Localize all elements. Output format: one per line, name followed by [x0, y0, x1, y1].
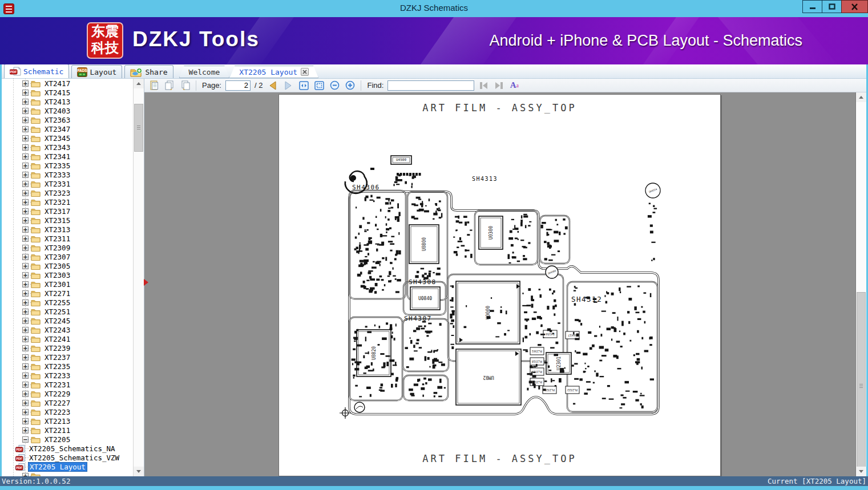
tree-item-folder[interactable]: +XT2307 — [2, 252, 133, 261]
tree-item-folder[interactable]: +XT2231 — [2, 380, 133, 389]
tree-item-folder[interactable]: +XT2363 — [2, 115, 133, 124]
tree-item-folder[interactable]: +XT2415 — [2, 88, 133, 97]
expand-box-icon[interactable]: + — [22, 263, 29, 269]
canvas-area[interactable]: ART FILM - ASSY_TOP U4500U0800U0300U0840… — [144, 92, 855, 476]
prev-view-button[interactable] — [163, 80, 176, 91]
tree-item-folder[interactable]: +XT2345 — [2, 133, 133, 143]
expand-box-icon[interactable]: + — [22, 80, 29, 87]
minimize-button[interactable] — [802, 0, 822, 13]
tree-item-folder[interactable]: −XT2205 — [2, 435, 133, 444]
next-view-button[interactable] — [179, 80, 191, 91]
tree-scrollbar[interactable] — [133, 79, 144, 476]
expand-box-icon[interactable]: + — [22, 473, 29, 477]
tree-item-folder[interactable]: +XT2245 — [2, 316, 133, 325]
expand-box-icon[interactable]: + — [22, 126, 29, 132]
expand-box-icon[interactable]: + — [22, 318, 29, 324]
expand-box-icon[interactable]: + — [22, 281, 29, 287]
doc-tab-welcome[interactable]: Welcome — [179, 66, 230, 78]
tree-item-folder[interactable]: +XT2213 — [2, 416, 133, 426]
fit-page-button[interactable] — [313, 80, 325, 91]
expand-box-icon[interactable]: + — [22, 327, 29, 333]
expand-box-icon[interactable]: + — [22, 181, 29, 187]
expand-box-icon[interactable]: + — [22, 336, 29, 342]
match-case-button[interactable]: Aa — [508, 80, 520, 91]
tree-item-folder[interactable]: +XT2331 — [2, 179, 133, 188]
tree-item-folder[interactable]: +XT2255 — [2, 298, 133, 307]
tree-item-folder[interactable]: +XT2251 — [2, 307, 133, 316]
maximize-button[interactable] — [822, 0, 842, 13]
expand-box-icon[interactable]: + — [22, 99, 29, 105]
scroll-up-arrow[interactable] — [134, 79, 144, 88]
scroll-down-arrow[interactable] — [856, 467, 866, 476]
expand-box-icon[interactable]: + — [22, 254, 29, 260]
tree-item-folder[interactable]: +XT2309 — [2, 243, 133, 252]
tree-item-folder[interactable]: +XT2347 — [2, 124, 133, 133]
doc-tab-close-button[interactable] — [301, 68, 309, 76]
zoom-out-button[interactable] — [328, 80, 341, 91]
expand-box-icon[interactable]: + — [22, 272, 29, 278]
tree-item-folder[interactable]: +XT2341 — [2, 152, 133, 161]
find-previous-button[interactable] — [477, 80, 490, 91]
tree-item-folder[interactable]: +XT2321 — [2, 197, 133, 206]
tree-item-folder[interactable]: +XT2301 — [2, 280, 133, 289]
splitter-collapse-arrow[interactable] — [144, 279, 148, 286]
viewer-scrollbar[interactable] — [855, 92, 866, 476]
find-input[interactable] — [387, 80, 474, 91]
expand-box-icon[interactable]: + — [22, 117, 29, 123]
expand-box-icon[interactable]: + — [22, 190, 29, 196]
tree-item-folder[interactable]: +XT2413 — [2, 97, 133, 106]
tab-schematic[interactable]: PDF Schematic — [4, 64, 69, 78]
fit-width-button[interactable] — [297, 80, 310, 91]
expand-box-icon[interactable]: + — [22, 245, 29, 251]
tree-item-folder[interactable]: +XT2313 — [2, 225, 133, 234]
tree-item-folder[interactable]: +XT2211 — [2, 426, 133, 435]
tree-item-folder[interactable]: +XT2335 — [2, 161, 133, 170]
expand-box-icon[interactable]: + — [22, 391, 29, 397]
expand-box-icon[interactable]: + — [22, 236, 29, 242]
doc-tab-xt2205-layout[interactable]: XT2205 Layout — [229, 66, 318, 78]
close-button[interactable] — [841, 0, 868, 13]
tree-item-folder[interactable]: +XT2223 — [2, 407, 133, 416]
expand-box-icon[interactable]: + — [22, 144, 29, 151]
tree-item-folder[interactable]: +XT2403 — [2, 106, 133, 115]
expand-box-icon[interactable]: + — [22, 418, 29, 424]
find-next-button[interactable] — [492, 80, 505, 91]
tree-item-folder[interactable]: +XT2237 — [2, 353, 133, 362]
viewer-scroll-thumb[interactable] — [857, 292, 866, 476]
tree-item-folder[interactable]: +XT2417 — [2, 79, 133, 88]
expand-box-icon[interactable]: + — [22, 217, 29, 224]
tree-item-folder[interactable]: +XT2227 — [2, 398, 133, 407]
scroll-down-arrow[interactable] — [134, 467, 144, 476]
previous-page-button[interactable] — [267, 80, 279, 91]
tree-scroll-thumb[interactable] — [134, 104, 143, 152]
clipboard-button[interactable] — [148, 80, 160, 91]
tree-item-folder[interactable]: +XT2233 — [2, 371, 133, 380]
expand-box-icon[interactable]: + — [22, 382, 29, 388]
tree-item-folder[interactable]: +XT2303 — [2, 270, 133, 280]
tree-item-pdf[interactable]: PDFXT2205 Layout — [2, 462, 133, 471]
tree-item-folder[interactable]: +XT2343 — [2, 143, 133, 152]
expand-box-icon[interactable]: + — [22, 409, 29, 415]
expand-box-icon[interactable]: + — [22, 108, 29, 114]
tree-item-folder[interactable]: +XT2333 — [2, 170, 133, 179]
tree-item-folder[interactable]: + — [2, 471, 133, 476]
tree-item-folder[interactable]: +XT2323 — [2, 188, 133, 197]
expand-box-icon[interactable]: + — [22, 372, 29, 379]
expand-box-icon[interactable]: + — [22, 172, 29, 178]
collapse-box-icon[interactable]: − — [22, 436, 29, 443]
tree-item-folder[interactable]: +XT2271 — [2, 289, 133, 298]
tab-share[interactable]: Share — [124, 65, 173, 78]
tree-item-folder[interactable]: +XT2305 — [2, 261, 133, 270]
expand-box-icon[interactable]: + — [22, 199, 29, 205]
expand-box-icon[interactable]: + — [22, 90, 29, 96]
tree-item-folder[interactable]: +XT2243 — [2, 325, 133, 334]
expand-box-icon[interactable]: + — [22, 427, 29, 434]
tree-item-folder[interactable]: +XT2239 — [2, 343, 133, 353]
expand-box-icon[interactable]: + — [22, 135, 29, 141]
tree-item-pdf[interactable]: PDFXT2205_Schematics_NA — [2, 444, 133, 453]
tree-item-folder[interactable]: +XT2311 — [2, 234, 133, 243]
expand-box-icon[interactable]: + — [22, 163, 29, 169]
tree-item-pdf[interactable]: PDFXT2205_Schematics_VZW — [2, 453, 133, 462]
next-page-button[interactable] — [282, 80, 294, 91]
zoom-in-button[interactable] — [344, 80, 356, 91]
